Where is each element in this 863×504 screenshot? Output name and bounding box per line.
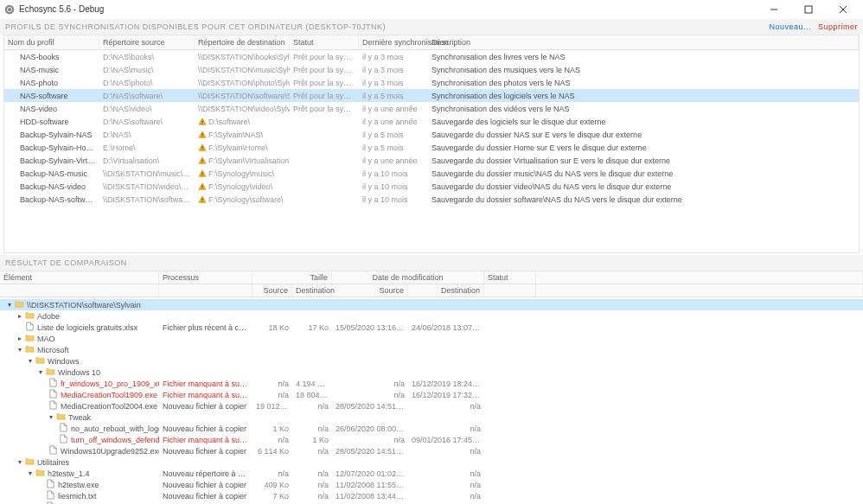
profile-dst: \\DISKSTATION\music\Sylvain\ xyxy=(195,66,290,74)
tree-file-row[interactable]: Windows10Upgrade9252.exeNouveau fichier … xyxy=(0,445,863,456)
col-element[interactable]: Élément xyxy=(0,271,159,284)
svg-rect-7 xyxy=(202,133,203,136)
profile-desc: Sauvegarde du dossier Home sur E vers le… xyxy=(428,144,859,152)
file-icon xyxy=(46,490,58,501)
tree-twisty[interactable]: ▾ xyxy=(5,301,13,309)
col-last[interactable]: Dernière synchronisation xyxy=(359,35,428,49)
profile-row[interactable]: NAS-softwareD:\NAS\software\\\DISKSTATIO… xyxy=(4,89,859,102)
profile-name: Backup-Sylvain-NAS xyxy=(16,131,99,139)
tree-item-src-size: n/a xyxy=(253,469,292,478)
tree-item-name: ▾\\DISKSTATION\software\Sylvain xyxy=(0,299,159,310)
profile-last: il y a une année xyxy=(359,118,428,126)
folder-icon xyxy=(35,355,48,367)
profile-desc: Synchronisation des photos vers le NAS xyxy=(428,79,859,87)
profile-desc: Sauvegarde du dossier NAS sur E vers le … xyxy=(428,131,859,139)
profile-name: Backup-Sylvain-Home xyxy=(16,144,99,152)
tree-folder-row[interactable]: ▾Tweak xyxy=(0,411,863,423)
col-date-src[interactable]: Source xyxy=(332,284,408,297)
tree-folder-row[interactable]: ▾\\DISKSTATION\software\Sylvain xyxy=(0,299,863,310)
window-title: Echosync 5.6 - Debug xyxy=(19,4,763,14)
tree-item-name: MediaCreationTool2004.exe xyxy=(0,400,159,411)
file-icon xyxy=(48,378,61,389)
profile-row[interactable]: Backup-Sylvain-HomeE:\Home\F:\Sylvain\Ho… xyxy=(4,141,859,154)
tree-folder-row[interactable]: ▾h2testw_1.4Nouveau répertoire à créern/… xyxy=(0,468,863,479)
profile-row[interactable]: Backup-Sylvain-NASD:\NAS\F:\Sylvain\NAS\… xyxy=(4,128,859,141)
col-statut[interactable]: Statut xyxy=(484,271,536,284)
tree-twisty[interactable]: ▾ xyxy=(26,469,34,477)
profile-row[interactable]: NAS-musicD:\NAS\music\\\DISKSTATION\musi… xyxy=(4,63,859,76)
tree-file-row[interactable]: MediaCreationTool1909.exeFichier manquan… xyxy=(0,389,863,400)
tree-folder-row[interactable]: ▾Windows xyxy=(0,355,863,367)
profile-last: il y a 5 mois xyxy=(359,144,428,152)
svg-rect-5 xyxy=(202,120,203,123)
col-process[interactable]: Processus xyxy=(159,271,253,284)
tree-item-process: Nouveau fichier à copier xyxy=(159,447,253,456)
col-dst[interactable]: Répertoire de destination xyxy=(195,35,290,49)
tree-item-name: ▾Utilitaires xyxy=(0,456,159,468)
tree-folder-row[interactable]: ▸Adobe xyxy=(0,310,863,322)
profile-row[interactable]: NAS-booksD:\NAS\books\\\DISKSTATION\book… xyxy=(4,50,859,63)
tree-file-row[interactable]: fr_windows_10_pro_1909_x64_dvd.isoFichie… xyxy=(0,378,863,389)
tree-item-process: Nouveau répertoire à créer xyxy=(159,469,253,478)
tree-item-src-size: 19 012 Ko xyxy=(253,402,292,411)
profile-row[interactable]: Backup-NAS-video\\DISKSTATION\video\NAS\… xyxy=(4,180,859,193)
tree-item-src-size: 1 Ko xyxy=(253,424,292,433)
profile-row[interactable]: Backup-NAS-software\\DISKSTATION\softwar… xyxy=(4,193,859,206)
col-size-dst[interactable]: Destination xyxy=(292,284,332,297)
col-size-src[interactable]: Source xyxy=(253,284,292,297)
col-date-dst[interactable]: Destination xyxy=(408,284,484,297)
tree-file-row[interactable]: MediaCreationTool2004.exeNouveau fichier… xyxy=(0,400,863,411)
col-name[interactable]: Nom du profil xyxy=(4,35,99,49)
tree-file-row[interactable]: h2testw.exeNouveau fichier à copier409 K… xyxy=(0,479,863,490)
svg-rect-8 xyxy=(202,136,203,137)
file-icon xyxy=(25,322,37,333)
tree-folder-row[interactable]: ▸MAO xyxy=(0,333,863,344)
col-size[interactable]: Taille xyxy=(253,271,332,284)
profile-row[interactable]: Backup-Sylvain-VirtualisationD:\Virtuali… xyxy=(4,154,859,167)
file-icon xyxy=(48,389,61,400)
tree-folder-row[interactable]: ▾Microsoft xyxy=(0,344,863,355)
tree-twisty[interactable]: ▾ xyxy=(36,368,44,376)
profile-src: \\DISKSTATION\music\NAS\ xyxy=(99,169,195,178)
col-desc[interactable]: Description xyxy=(428,35,859,49)
new-profile-link[interactable]: Nouveau... xyxy=(769,22,811,31)
tree-item-name: ▾Windows xyxy=(0,355,159,367)
results-tree[interactable]: ▾\\DISKSTATION\software\Sylvain▸AdobeLis… xyxy=(0,297,863,504)
tree-file-row[interactable]: liesmich.txtNouveau fichier à copier7 Ko… xyxy=(0,490,863,501)
minimize-button[interactable] xyxy=(763,2,785,17)
tree-twisty[interactable]: ▸ xyxy=(16,335,23,342)
tree-twisty[interactable]: ▾ xyxy=(47,413,54,421)
profile-row[interactable]: Backup-NAS-music\\DISKSTATION\music\NAS\… xyxy=(4,167,859,180)
tree-folder-row[interactable]: ▾Utilitaires xyxy=(0,456,863,468)
tree-item-src-size: 18 Ko xyxy=(253,323,292,332)
profile-src: E:\Home\ xyxy=(99,144,195,152)
tree-twisty[interactable]: ▾ xyxy=(16,458,23,466)
tree-item-src-date: n/a xyxy=(332,380,408,388)
folder-icon xyxy=(25,310,37,322)
tree-twisty[interactable]: ▾ xyxy=(26,357,34,365)
col-date[interactable]: Date de modification xyxy=(332,271,484,284)
profile-src: D:\NAS\ xyxy=(99,131,195,139)
tree-folder-row[interactable]: ▾Windows 10 xyxy=(0,367,863,378)
folder-icon xyxy=(25,333,37,344)
profile-src: \\DISKSTATION\software\NAS\ xyxy=(99,195,195,204)
tree-file-row[interactable]: turn_off_windows_defender.regFichier man… xyxy=(0,434,863,445)
delete-profile-link[interactable]: Supprimer xyxy=(818,22,858,31)
folder-icon xyxy=(15,299,27,310)
tree-twisty[interactable]: ▸ xyxy=(16,312,23,320)
profile-row[interactable]: NAS-photoD:\NAS\photo\\\DISKSTATION\phot… xyxy=(4,76,859,89)
tree-item-src-date: 26/06/2020 08:00:56 xyxy=(332,424,408,433)
tree-item-dst-date: n/a xyxy=(408,447,484,456)
tree-item-process: Fichier plus récent à copier xyxy=(159,323,253,332)
tree-twisty[interactable]: ▾ xyxy=(16,346,23,354)
maximize-button[interactable] xyxy=(797,2,820,17)
tree-file-row[interactable]: Liste de logiciels gratuits.xlsxFichier … xyxy=(0,322,863,333)
tree-item-src-size: 6 114 Ko xyxy=(253,447,292,456)
col-status[interactable]: Statut xyxy=(290,35,359,49)
folder-icon xyxy=(35,468,48,479)
tree-file-row[interactable]: no_auto_reboot_with_logged_o...Nouveau f… xyxy=(0,423,863,434)
profile-row[interactable]: HDD-softwareD:\NAS\software\D:\software\… xyxy=(4,115,859,128)
profile-row[interactable]: NAS-videoD:\NAS\video\\\DISKSTATION\vide… xyxy=(4,102,859,115)
close-button[interactable] xyxy=(832,2,854,17)
col-src[interactable]: Répertoire source xyxy=(99,35,195,49)
